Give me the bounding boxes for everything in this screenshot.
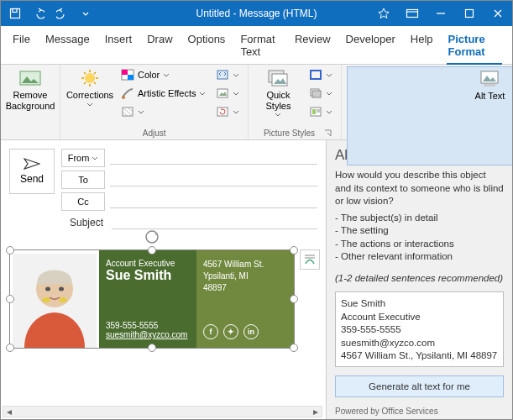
svg-point-9: [85, 73, 95, 83]
to-field[interactable]: [110, 173, 317, 186]
tab-options[interactable]: Options: [186, 29, 228, 64]
change-picture-icon: [216, 87, 229, 99]
color-icon: [121, 69, 134, 81]
scroll-left-icon[interactable]: ◂: [3, 407, 15, 417]
minimize-button[interactable]: [427, 2, 455, 25]
color-button[interactable]: Color: [118, 66, 209, 83]
powered-by-label: Powered by Office Services: [335, 400, 504, 416]
reset-picture-button[interactable]: [212, 103, 243, 120]
quick-access-toolbar: [1, 2, 100, 25]
maximize-button[interactable]: [455, 2, 484, 25]
facebook-icon: f: [203, 324, 218, 339]
tab-draw[interactable]: Draw: [145, 29, 174, 64]
alt-bullet: - The subject(s) in detail: [335, 212, 504, 225]
border-icon: [309, 69, 322, 81]
signature-photo: [10, 250, 99, 348]
sig-title: Account Executive: [106, 259, 190, 268]
remove-background-button[interactable]: Remove Background: [6, 66, 55, 122]
linkedin-icon: in: [243, 324, 259, 339]
from-button[interactable]: From: [61, 149, 105, 167]
chevron-down-icon: [92, 156, 98, 160]
alt-text-input[interactable]: Sue Smith Account Executive 359-555-5555…: [335, 291, 504, 367]
from-field[interactable]: [110, 151, 317, 165]
svg-rect-2: [407, 10, 418, 18]
resize-handle[interactable]: [148, 344, 156, 352]
alt-text-pane: Alt Text How would you describe this obj…: [326, 140, 512, 420]
tab-file[interactable]: File: [11, 29, 32, 64]
close-button[interactable]: [484, 2, 512, 25]
compress-button[interactable]: [212, 66, 243, 83]
undo-button[interactable]: [28, 2, 50, 25]
tab-format-text[interactable]: Format Text: [238, 29, 281, 64]
coming-soon-button[interactable]: [369, 2, 398, 25]
picture-border-button[interactable]: [306, 66, 336, 83]
group-picture-styles-label: Picture Styles: [254, 127, 324, 139]
resize-handle[interactable]: [148, 246, 156, 255]
resize-handle[interactable]: [290, 295, 298, 303]
resize-handle[interactable]: [6, 295, 14, 303]
scroll-right-icon[interactable]: ▸: [310, 407, 322, 417]
send-label: Send: [20, 173, 44, 185]
picture-layout-button[interactable]: [306, 103, 336, 120]
resize-handle[interactable]: [6, 344, 14, 352]
cc-button[interactable]: Cc: [61, 192, 105, 211]
horizontal-scrollbar[interactable]: ◂ ▸: [3, 406, 322, 417]
to-button[interactable]: To: [61, 171, 105, 189]
artistic-label: Artistic Effects: [138, 88, 196, 98]
cc-field[interactable]: [110, 195, 317, 208]
from-label: From: [68, 153, 90, 163]
to-label: To: [78, 175, 88, 185]
subject-field[interactable]: [112, 216, 317, 229]
group-adjust-label: Adjust: [65, 127, 243, 139]
sig-addr1: 4567 William St.: [203, 259, 287, 270]
brush-icon: [121, 87, 134, 99]
redo-button[interactable]: [51, 2, 73, 25]
tab-developer[interactable]: Developer: [344, 29, 397, 64]
resize-handle[interactable]: [6, 246, 14, 255]
svg-rect-23: [217, 71, 228, 79]
rotate-handle[interactable]: [144, 229, 160, 244]
window-titlebar: Untitled - Message (HTML): [1, 1, 512, 26]
qat-dropdown[interactable]: [75, 2, 97, 25]
generate-alt-text-button[interactable]: Generate alt text for me: [335, 375, 504, 397]
tab-help[interactable]: Help: [409, 29, 435, 64]
alt-text-button[interactable]: Alt Text: [347, 66, 513, 165]
artistic-effects-button[interactable]: Artistic Effects: [118, 85, 209, 102]
quick-styles-button[interactable]: Quick Styles: [254, 66, 302, 122]
tab-insert[interactable]: Insert: [103, 29, 134, 64]
effects-icon: [309, 87, 322, 99]
svg-point-42: [146, 231, 158, 243]
resize-handle[interactable]: [290, 246, 298, 255]
color-label: Color: [138, 70, 160, 80]
svg-rect-19: [122, 70, 128, 75]
tab-message[interactable]: Message: [44, 29, 92, 64]
compress-icon: [216, 69, 229, 81]
ribbon-display-button[interactable]: [398, 2, 427, 25]
selected-image[interactable]: Account Executive Sue Smith 359-555-5555…: [9, 249, 295, 349]
picture-effects-button[interactable]: [306, 85, 336, 102]
alt-bullet: - The setting: [335, 224, 504, 238]
quick-styles-label: Quick Styles: [254, 90, 302, 111]
save-button[interactable]: [4, 2, 26, 25]
svg-rect-20: [128, 75, 133, 80]
layout-options-button[interactable]: [300, 249, 320, 270]
svg-rect-1: [13, 9, 17, 13]
svg-rect-0: [11, 9, 20, 18]
svg-rect-5: [466, 10, 474, 18]
reset-icon: [216, 106, 229, 118]
alt-bullet: - Other relevant information: [335, 250, 504, 264]
dialog-launcher-icon[interactable]: [324, 129, 334, 139]
sig-addr2: Ypsilanti, MI: [203, 270, 287, 282]
social-icons: f ✦ in: [203, 324, 287, 339]
tab-review[interactable]: Review: [293, 29, 332, 64]
corrections-button[interactable]: Corrections: [65, 66, 114, 122]
resize-handle[interactable]: [290, 344, 298, 352]
transparency-button[interactable]: [118, 103, 209, 120]
send-button[interactable]: Send: [9, 149, 55, 194]
sig-phone: 359-555-5555: [106, 321, 190, 330]
svg-rect-28: [311, 71, 321, 79]
alt-bullet: - The actions or interactions: [335, 238, 504, 251]
signature-image: Account Executive Sue Smith 359-555-5555…: [10, 250, 294, 348]
change-picture-button[interactable]: [212, 85, 243, 102]
tab-picture-format[interactable]: Picture Format: [447, 29, 502, 65]
